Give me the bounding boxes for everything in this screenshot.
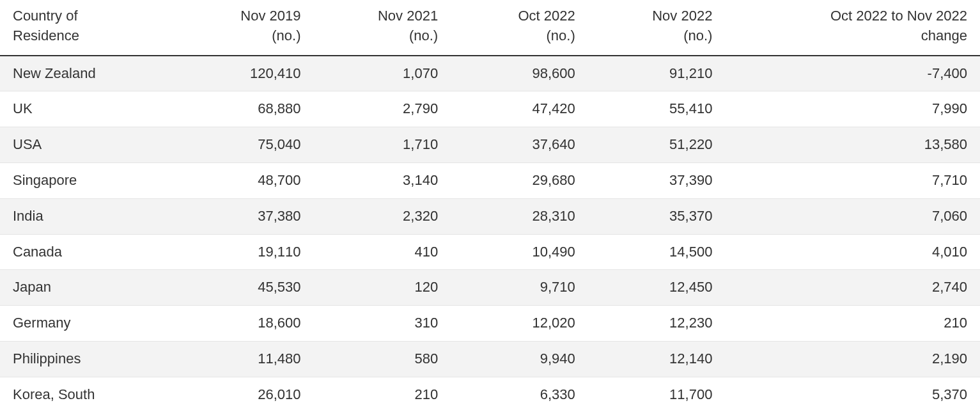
cell-nov2022: 51,220 [588, 127, 726, 163]
cell-oct2022: 9,710 [451, 270, 588, 306]
cell-change: 7,710 [725, 162, 980, 198]
cell-country: USA [0, 127, 176, 163]
cell-nov2021: 580 [314, 341, 451, 377]
header-text: (no.) [683, 28, 712, 43]
cell-change: 7,990 [725, 91, 980, 127]
cell-country: Singapore [0, 162, 176, 198]
cell-oct2022: 9,940 [451, 341, 588, 377]
cell-nov2021: 1,710 [314, 127, 451, 163]
table-row: Japan45,5301209,71012,4502,740 [0, 270, 980, 306]
cell-oct2022: 98,600 [451, 56, 588, 91]
cell-country: Japan [0, 270, 176, 306]
header-nov2022: Nov 2022 (no.) [588, 0, 726, 56]
cell-nov2019: 19,110 [176, 234, 314, 270]
cell-nov2022: 12,450 [588, 270, 726, 306]
table-row: USA75,0401,71037,64051,22013,580 [0, 127, 980, 163]
cell-nov2022: 14,500 [588, 234, 726, 270]
header-oct2022: Oct 2022 (no.) [451, 0, 588, 56]
cell-oct2022: 29,680 [451, 162, 588, 198]
header-text: (no.) [547, 28, 575, 43]
table-row: New Zealand120,4101,07098,60091,210-7,40… [0, 56, 980, 91]
header-text: change [921, 28, 967, 43]
cell-oct2022: 10,490 [451, 234, 588, 270]
cell-nov2022: 11,700 [588, 377, 726, 410]
cell-nov2021: 210 [314, 377, 451, 410]
table-row: Korea, South26,0102106,33011,7005,370 [0, 377, 980, 410]
cell-country: India [0, 198, 176, 234]
cell-nov2022: 12,230 [588, 306, 726, 342]
table-header: Country of Residence Nov 2019 (no.) Nov … [0, 0, 980, 56]
cell-nov2021: 2,790 [314, 91, 451, 127]
table-row: India37,3802,32028,31035,3707,060 [0, 198, 980, 234]
table-row: Singapore48,7003,14029,68037,3907,710 [0, 162, 980, 198]
header-text: (no.) [272, 28, 300, 43]
cell-country: UK [0, 91, 176, 127]
cell-country: New Zealand [0, 56, 176, 91]
table-row: UK68,8802,79047,42055,4107,990 [0, 91, 980, 127]
cell-oct2022: 6,330 [451, 377, 588, 410]
header-nov2021: Nov 2021 (no.) [314, 0, 451, 56]
header-nov2019: Nov 2019 (no.) [176, 0, 314, 56]
cell-nov2019: 26,010 [176, 377, 314, 410]
cell-country: Germany [0, 306, 176, 342]
cell-nov2021: 2,320 [314, 198, 451, 234]
cell-change: 210 [725, 306, 980, 342]
cell-change: -7,400 [725, 56, 980, 91]
cell-oct2022: 37,640 [451, 127, 588, 163]
header-text: Nov 2019 [240, 8, 300, 24]
cell-nov2019: 68,880 [176, 91, 314, 127]
header-text: Nov 2021 [378, 8, 438, 24]
table-row: Germany18,60031012,02012,230210 [0, 306, 980, 342]
cell-nov2019: 37,380 [176, 198, 314, 234]
cell-nov2021: 310 [314, 306, 451, 342]
table-row: Philippines11,4805809,94012,1402,190 [0, 341, 980, 377]
cell-nov2019: 75,040 [176, 127, 314, 163]
cell-change: 2,190 [725, 341, 980, 377]
header-text: (no.) [409, 28, 438, 43]
cell-change: 7,060 [725, 198, 980, 234]
cell-nov2019: 120,410 [176, 56, 314, 91]
cell-change: 13,580 [725, 127, 980, 163]
cell-nov2019: 11,480 [176, 341, 314, 377]
cell-nov2022: 37,390 [588, 162, 726, 198]
cell-nov2019: 48,700 [176, 162, 314, 198]
cell-nov2022: 35,370 [588, 198, 726, 234]
header-country: Country of Residence [0, 0, 176, 56]
cell-nov2021: 410 [314, 234, 451, 270]
cell-nov2022: 12,140 [588, 341, 726, 377]
header-change: Oct 2022 to Nov 2022 change [725, 0, 980, 56]
cell-change: 2,740 [725, 270, 980, 306]
cell-change: 4,010 [725, 234, 980, 270]
cell-country: Philippines [0, 341, 176, 377]
cell-nov2019: 18,600 [176, 306, 314, 342]
cell-country: Canada [0, 234, 176, 270]
cell-nov2022: 91,210 [588, 56, 726, 91]
cell-nov2021: 120 [314, 270, 451, 306]
cell-oct2022: 47,420 [451, 91, 588, 127]
cell-nov2019: 45,530 [176, 270, 314, 306]
table-body: New Zealand120,4101,07098,60091,210-7,40… [0, 56, 980, 410]
cell-nov2022: 55,410 [588, 91, 726, 127]
cell-change: 5,370 [725, 377, 980, 410]
cell-country: Korea, South [0, 377, 176, 410]
cell-oct2022: 28,310 [451, 198, 588, 234]
table-row: Canada19,11041010,49014,5004,010 [0, 234, 980, 270]
cell-oct2022: 12,020 [451, 306, 588, 342]
cell-nov2021: 3,140 [314, 162, 451, 198]
data-table: Country of Residence Nov 2019 (no.) Nov … [0, 0, 980, 410]
header-text: Oct 2022 to Nov 2022 [830, 8, 967, 24]
header-text: Country of [13, 8, 78, 24]
header-text: Oct 2022 [518, 8, 575, 24]
header-text: Residence [13, 28, 79, 43]
cell-nov2021: 1,070 [314, 56, 451, 91]
header-text: Nov 2022 [652, 8, 712, 24]
